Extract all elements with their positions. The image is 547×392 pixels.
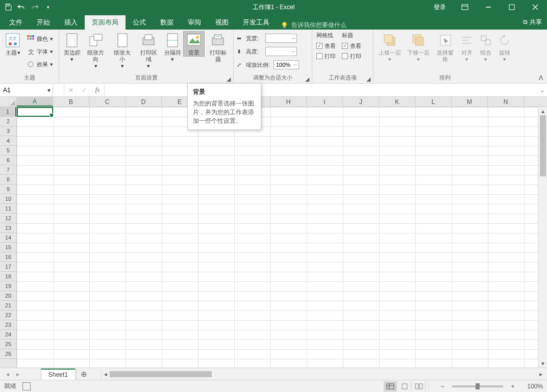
fonts-button[interactable]: 文字体 ▾ <box>24 46 55 57</box>
minimize-icon[interactable] <box>477 0 500 14</box>
sheet-nav-next-icon[interactable]: ▸ <box>13 370 22 379</box>
column-header[interactable]: J <box>343 97 379 107</box>
select-all-button[interactable] <box>0 97 17 107</box>
normal-view-icon[interactable] <box>384 381 397 391</box>
scroll-up-icon[interactable]: ▴ <box>538 107 547 115</box>
column-header[interactable]: H <box>270 97 307 107</box>
horizontal-scrollbar[interactable]: ◂ ▸ <box>101 370 545 378</box>
row-header[interactable]: 24 <box>0 330 16 339</box>
row-header[interactable]: 15 <box>0 243 16 252</box>
row-header[interactable]: 1 <box>0 107 16 117</box>
share-button[interactable]: ⧉共享 <box>523 14 542 30</box>
tab-view[interactable]: 视图 <box>208 15 236 30</box>
cells-area[interactable] <box>17 107 538 368</box>
gridlines-view-checkbox[interactable]: 查看 <box>316 41 336 50</box>
column-header[interactable]: B <box>53 97 89 107</box>
scale-launcher-icon[interactable]: ◢ <box>304 75 311 83</box>
scroll-down-icon[interactable]: ▾ <box>538 359 547 368</box>
ribbon-display-options-icon[interactable] <box>453 0 477 14</box>
row-header[interactable]: 20 <box>0 291 16 301</box>
row-header[interactable]: 26 <box>0 349 16 359</box>
save-icon[interactable] <box>2 1 14 13</box>
name-box-input[interactable] <box>0 87 41 94</box>
zoom-level[interactable]: 100% <box>523 383 543 390</box>
themes-button[interactable]: 文文 主题▾ <box>2 31 23 56</box>
row-header[interactable]: 17 <box>0 262 16 272</box>
scroll-thumb[interactable] <box>540 115 546 176</box>
new-sheet-button[interactable]: ⊕ <box>77 369 91 380</box>
print-titles-button[interactable]: 打印标题 <box>205 31 231 63</box>
macro-record-icon[interactable] <box>22 382 31 390</box>
column-header[interactable]: M <box>452 97 488 107</box>
column-header[interactable]: C <box>89 97 126 107</box>
tab-file[interactable]: 文件 <box>2 15 30 30</box>
row-header[interactable]: 21 <box>0 301 16 310</box>
row-header[interactable]: 4 <box>0 136 16 146</box>
row-header[interactable]: 6 <box>0 155 16 165</box>
row-header[interactable]: 25 <box>0 339 16 349</box>
tab-formulas[interactable]: 公式 <box>126 15 153 30</box>
redo-icon[interactable] <box>29 1 41 13</box>
tab-data[interactable]: 数据 <box>153 15 181 30</box>
headings-view-checkbox[interactable]: 查看 <box>342 41 361 50</box>
headings-print-checkbox[interactable]: 打印 <box>342 51 361 61</box>
row-header[interactable]: 14 <box>0 233 16 243</box>
sheet-options-launcher-icon[interactable]: ◢ <box>365 75 372 83</box>
row-header[interactable]: 23 <box>0 320 16 330</box>
column-header[interactable]: L <box>415 97 452 107</box>
column-header[interactable]: I <box>307 97 343 107</box>
tell-me[interactable]: 💡告诉我你想要做什么 <box>281 21 346 30</box>
column-header[interactable]: A <box>17 97 53 107</box>
chevron-down-icon[interactable]: ▾ <box>47 87 51 94</box>
tab-home[interactable]: 开始 <box>30 15 57 30</box>
orientation-button[interactable]: 纸张方向▾ <box>83 31 109 69</box>
effects-button[interactable]: 效果 ▾ <box>24 59 55 70</box>
page-setup-launcher-icon[interactable]: ◢ <box>225 75 232 83</box>
zoom-slider[interactable] <box>452 385 503 387</box>
row-header[interactable]: 12 <box>0 214 16 223</box>
sheet-tab[interactable]: Sheet1 <box>41 369 76 380</box>
column-header[interactable]: N <box>488 97 524 107</box>
undo-icon[interactable] <box>15 1 28 13</box>
expand-formula-icon[interactable]: ⌄ <box>540 87 545 94</box>
tab-insert[interactable]: 插入 <box>57 15 85 30</box>
enter-formula-icon[interactable]: ✓ <box>78 87 91 94</box>
row-header[interactable]: 5 <box>0 146 16 155</box>
zoom-out-icon[interactable]: − <box>438 382 447 391</box>
column-header[interactable]: K <box>379 97 415 107</box>
height-input[interactable] <box>265 47 297 56</box>
row-header[interactable]: 18 <box>0 272 16 281</box>
qat-customize-icon[interactable]: ▾ <box>42 1 54 13</box>
scroll-thumb[interactable] <box>110 371 212 377</box>
name-box[interactable]: ▾ <box>0 84 53 96</box>
maximize-icon[interactable] <box>500 0 524 14</box>
login-button[interactable]: 登录 <box>427 0 453 14</box>
vertical-scrollbar[interactable]: ▴ ▾ <box>538 107 547 368</box>
width-input[interactable] <box>265 34 297 43</box>
row-header[interactable]: 8 <box>0 175 16 185</box>
tab-developer[interactable]: 开发工具 <box>236 15 277 30</box>
margins-button[interactable]: 页边距▾ <box>61 31 83 63</box>
collapse-ribbon-icon[interactable]: ᐱ <box>537 74 545 82</box>
tab-page-layout[interactable]: 页面布局 <box>85 15 126 30</box>
row-header[interactable]: 7 <box>0 165 16 175</box>
gridlines-print-checkbox[interactable]: 打印 <box>316 51 336 61</box>
background-button[interactable]: 背景 <box>183 31 205 57</box>
sheet-nav-prev-icon[interactable]: ◂ <box>3 370 12 379</box>
row-header[interactable]: 2 <box>0 117 16 126</box>
page-layout-view-icon[interactable] <box>398 381 411 391</box>
zoom-in-icon[interactable]: + <box>508 382 517 391</box>
tab-review[interactable]: 审阅 <box>181 15 208 30</box>
scroll-left-icon[interactable]: ◂ <box>102 370 110 378</box>
row-header[interactable]: 22 <box>0 310 16 320</box>
print-area-button[interactable]: 打印区域▾ <box>136 31 162 69</box>
row-header[interactable]: 9 <box>0 185 16 194</box>
scroll-right-icon[interactable]: ▸ <box>537 370 545 378</box>
column-header[interactable]: D <box>126 97 162 107</box>
colors-button[interactable]: 颜色 ▾ <box>24 33 55 44</box>
breaks-button[interactable]: 分隔符▾ <box>162 31 183 63</box>
row-header[interactable]: 3 <box>0 126 16 136</box>
size-button[interactable]: 纸张大小▾ <box>109 31 136 69</box>
row-header[interactable]: 16 <box>0 252 16 262</box>
scale-input[interactable] <box>274 60 299 69</box>
